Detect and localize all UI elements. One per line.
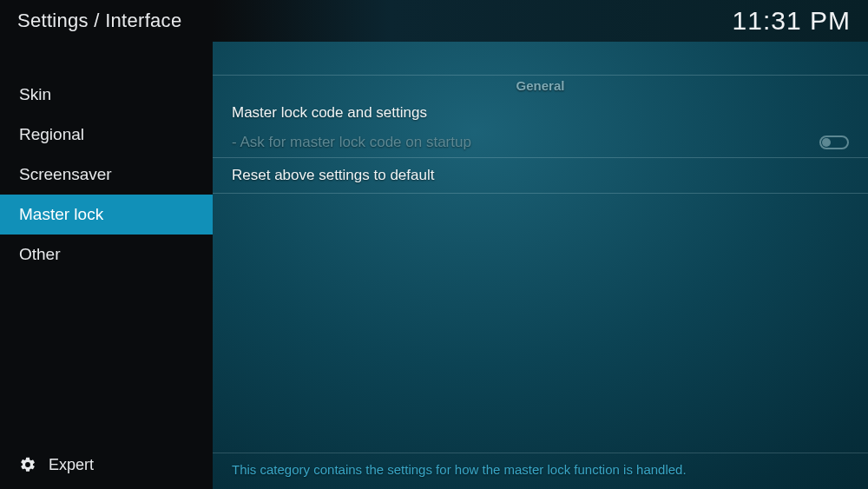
- setting-ask-on-startup: - Ask for master lock code on startup: [213, 128, 868, 157]
- spacer: [213, 42, 868, 75]
- setting-label: - Ask for master lock code on startup: [232, 134, 471, 151]
- category-description: This category contains the settings for …: [213, 453, 868, 489]
- sidebar-item-master-lock[interactable]: Master lock: [0, 195, 213, 235]
- sidebar-item-skin[interactable]: Skin: [0, 75, 213, 115]
- setting-label: Reset above settings to default: [232, 167, 434, 184]
- sidebar-items: Skin Regional Screensaver Master lock Ot…: [0, 42, 213, 440]
- settings-level-button[interactable]: Expert: [0, 440, 213, 489]
- header: Settings / Interface 11:31 PM: [0, 0, 868, 42]
- breadcrumb: Settings / Interface: [17, 10, 181, 32]
- setting-reset-defaults[interactable]: Reset above settings to default: [213, 157, 868, 194]
- sidebar: Skin Regional Screensaver Master lock Ot…: [0, 42, 213, 489]
- settings-level-label: Expert: [49, 456, 94, 474]
- sidebar-item-regional[interactable]: Regional: [0, 115, 213, 155]
- spacer: [213, 194, 868, 453]
- setting-label: Master lock code and settings: [232, 104, 427, 122]
- sidebar-item-other[interactable]: Other: [0, 235, 213, 274]
- main-panel: General Master lock code and settings - …: [213, 42, 868, 489]
- setting-master-lock-code[interactable]: Master lock code and settings: [213, 98, 868, 128]
- toggle-off-icon: [819, 135, 849, 149]
- body: Skin Regional Screensaver Master lock Ot…: [0, 42, 868, 489]
- section-header-general: General: [213, 75, 868, 98]
- gear-icon: [19, 456, 36, 473]
- sidebar-item-screensaver[interactable]: Screensaver: [0, 155, 213, 195]
- clock: 11:31 PM: [733, 6, 851, 36]
